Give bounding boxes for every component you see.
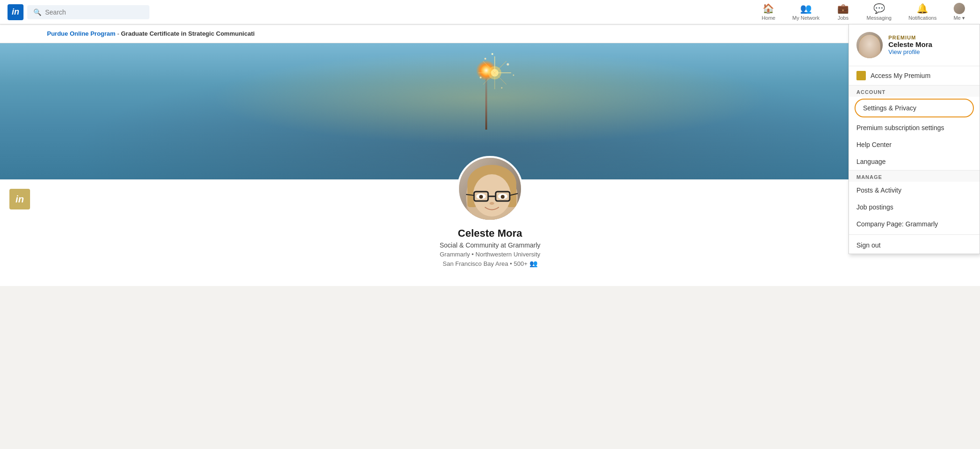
nav-label-messaging: Messaging (867, 15, 892, 21)
help-center-item[interactable]: Help Center (849, 136, 980, 153)
my-network-icon: 👥 (800, 3, 812, 14)
svg-point-10 (484, 58, 486, 60)
dropdown-avatar-svg (856, 32, 883, 58)
svg-point-13 (480, 77, 482, 78)
profile-photo (459, 158, 521, 220)
job-postings-item[interactable]: Job postings (849, 199, 980, 216)
home-icon: 🏠 (762, 3, 774, 14)
profile-info: in (0, 179, 980, 277)
settings-privacy-item[interactable]: Settings & Privacy (855, 99, 974, 117)
help-center-label: Help Center (856, 141, 892, 148)
ad-sponsor: Purdue Online Program (47, 30, 116, 37)
company-page-label: Company Page: Grammarly (856, 220, 938, 228)
svg-point-31 (859, 37, 880, 58)
svg-rect-34 (876, 42, 879, 52)
notifications-icon: 🔔 (917, 3, 928, 14)
sign-out-item[interactable]: Sign out (849, 237, 980, 254)
dropdown-divider (849, 234, 980, 235)
view-profile-link[interactable]: View profile (888, 48, 972, 55)
dropdown-premium-label: PREMIUM (888, 35, 972, 40)
svg-point-11 (507, 63, 509, 66)
jobs-icon: 💼 (837, 3, 849, 14)
svg-rect-33 (860, 42, 863, 52)
ad-banner[interactable]: Purdue Online Program - Graduate Certifi… (0, 24, 980, 43)
linkedin-logo[interactable]: in (8, 4, 23, 20)
ad-description: Graduate Certificate in Strategic Commun… (121, 30, 255, 37)
navbar-nav: 🏠 Home 👥 My Network 💼 Jobs 💬 Messaging 🔔… (754, 1, 972, 23)
profile-area: in (0, 43, 980, 286)
me-label: Me ▾ (954, 15, 965, 21)
premium-subscription-label: Premium subscription settings (856, 124, 944, 132)
settings-privacy-label: Settings & Privacy (863, 104, 917, 112)
nav-item-home[interactable]: 🏠 Home (754, 1, 783, 23)
search-icon: 🔍 (33, 8, 41, 16)
svg-point-28 (479, 195, 483, 199)
svg-point-39 (864, 46, 867, 49)
job-postings-label: Job postings (856, 203, 894, 211)
nav-item-notifications[interactable]: 🔔 Notifications (901, 1, 944, 23)
dropdown-user-info: PREMIUM Celeste Mora View profile (888, 35, 972, 55)
svg-rect-36 (863, 46, 868, 49)
svg-point-32 (860, 35, 879, 50)
nav-label-home: Home (762, 15, 775, 21)
svg-point-29 (501, 195, 505, 199)
nav-label-my-network: My Network (792, 15, 819, 21)
main-content: Purdue Online Program - Graduate Certifi… (0, 24, 980, 286)
avatar (954, 3, 965, 14)
svg-rect-37 (871, 46, 877, 49)
language-item[interactable]: Language (849, 153, 980, 170)
manage-section-header: MANAGE (849, 170, 980, 182)
sparkle-svg (476, 54, 513, 92)
dropdown-user-name: Celeste Mora (888, 40, 972, 48)
premium-subscription-item[interactable]: Premium subscription settings (849, 119, 980, 136)
linkedin-badge: in (9, 189, 30, 209)
connections-icon: 👥 (529, 260, 537, 267)
access-premium-item[interactable]: Access My Premium (849, 66, 980, 85)
profile-title: Social & Community at Grammarly (440, 241, 541, 249)
svg-point-35 (862, 39, 877, 55)
avatar-svg (459, 158, 521, 220)
ad-separator: - (116, 30, 121, 37)
profile-location: San Francisco Bay Area • 500+ 👥 (443, 260, 537, 267)
profile-name: Celeste Mora (458, 227, 522, 240)
posts-activity-label: Posts & Activity (856, 186, 902, 194)
dropdown-panel: PREMIUM Celeste Mora View profile Access… (848, 24, 980, 254)
access-premium-label: Access My Premium (871, 72, 931, 79)
nav-item-messaging[interactable]: 💬 Messaging (859, 1, 899, 23)
svg-point-14 (513, 75, 514, 76)
nav-item-me[interactable]: Me ▾ (946, 1, 972, 23)
location-text: San Francisco Bay Area • 500+ (443, 260, 528, 267)
messaging-icon: 💬 (873, 3, 885, 14)
company-page-item[interactable]: Company Page: Grammarly (849, 216, 980, 232)
profile-avatar (457, 156, 523, 222)
nav-label-jobs: Jobs (838, 15, 848, 21)
posts-activity-item[interactable]: Posts & Activity (849, 182, 980, 199)
svg-point-40 (873, 46, 875, 49)
search-bar: 🔍 (27, 5, 149, 19)
svg-point-30 (490, 202, 494, 205)
nav-item-jobs[interactable]: 💼 Jobs (829, 1, 857, 23)
nav-item-my-network[interactable]: 👥 My Network (785, 1, 827, 23)
dropdown-user-section: PREMIUM Celeste Mora View profile (849, 24, 980, 66)
navbar: in 🔍 🏠 Home 👥 My Network 💼 Jobs 💬 Messag… (0, 0, 980, 24)
svg-point-12 (501, 87, 503, 89)
svg-point-15 (491, 53, 493, 55)
profile-main: in (0, 43, 980, 286)
nav-label-notifications: Notifications (909, 15, 937, 21)
language-label: Language (856, 158, 886, 165)
profile-card: in (0, 179, 980, 286)
search-input[interactable] (45, 8, 143, 16)
dropdown-avatar (856, 32, 883, 58)
profile-company: Grammarly • Northwestern University (440, 251, 540, 258)
premium-icon (856, 71, 866, 80)
account-section-header: ACCOUNT (849, 85, 980, 97)
sign-out-label: Sign out (856, 241, 880, 249)
